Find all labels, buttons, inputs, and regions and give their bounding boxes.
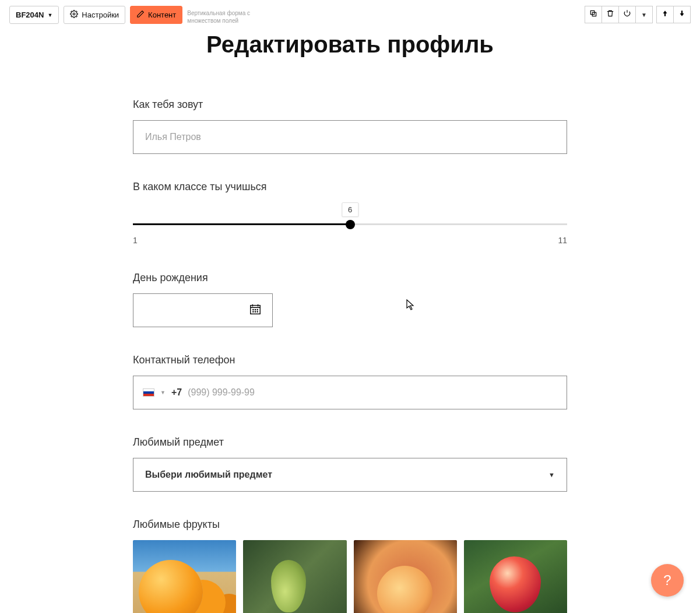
- fruit-option-orange[interactable]: Апельсин: [133, 540, 236, 613]
- svg-point-6: [257, 309, 258, 310]
- fruit-image: [464, 540, 567, 613]
- fruit-image: [133, 540, 236, 613]
- phone-input[interactable]: ▼ +7 (999) 999-99-99: [133, 376, 567, 409]
- caret-down-icon: ▼: [641, 12, 647, 18]
- help-button[interactable]: ?: [651, 564, 684, 597]
- grade-slider[interactable]: 6 1 11: [133, 202, 567, 245]
- move-down-button[interactable]: [673, 6, 691, 23]
- copy-button[interactable]: [585, 6, 602, 23]
- settings-label: Настройки: [82, 10, 119, 19]
- slider-max: 11: [558, 236, 567, 245]
- fruit-option-pear[interactable]: Груша: [243, 540, 346, 613]
- svg-point-4: [253, 309, 254, 310]
- fruit-image: [243, 540, 346, 613]
- caret-down-icon: ▼: [47, 12, 52, 18]
- gear-icon: [70, 10, 78, 20]
- top-toolbar-right: ▼: [585, 6, 691, 23]
- move-up-button[interactable]: [656, 6, 674, 23]
- page-title: Редактировать профиль: [133, 31, 567, 58]
- arrow-up-icon: [661, 9, 669, 20]
- grade-label: В каком классе ты учишься: [133, 181, 567, 193]
- power-button[interactable]: [618, 6, 636, 23]
- pencil-icon: [136, 10, 145, 20]
- flag-ru-icon[interactable]: [143, 388, 154, 397]
- arrow-down-icon: [678, 9, 686, 20]
- svg-point-9: [257, 311, 258, 312]
- name-label: Как тебя зовут: [133, 99, 567, 111]
- settings-button[interactable]: Настройки: [64, 6, 125, 24]
- chevron-down-icon: ▼: [548, 471, 555, 478]
- svg-point-0: [73, 13, 76, 15]
- block-id-dropdown[interactable]: BF204N ▼: [9, 6, 59, 24]
- top-toolbar-left: BF204N ▼ Настройки Контент Вертикальная …: [9, 6, 257, 24]
- slider-min: 1: [133, 236, 138, 245]
- subject-select[interactable]: Выбери любимый предмет ▼: [133, 458, 567, 492]
- fruit-image: [354, 540, 457, 613]
- content-label: Контент: [148, 10, 176, 19]
- fruits-grid: Апельсин Груша Персик Яблоко: [133, 540, 567, 613]
- birthday-field: День рождения: [133, 272, 567, 327]
- copy-icon: [589, 9, 597, 20]
- birthday-input[interactable]: [133, 293, 273, 327]
- subject-field: Любимый предмет Выбери любимый предмет ▼: [133, 436, 567, 492]
- fruits-label: Любимые фрукты: [133, 519, 567, 531]
- phone-label: Контактный телефон: [133, 354, 567, 366]
- fruit-option-peach[interactable]: Персик: [354, 540, 457, 613]
- slider-fill: [133, 223, 350, 225]
- slider-thumb[interactable]: [346, 220, 355, 229]
- help-icon: ?: [663, 572, 671, 589]
- slider-tooltip: 6: [342, 202, 358, 217]
- block-id-text: BF204N: [16, 10, 44, 19]
- trash-icon: [606, 9, 614, 20]
- svg-point-8: [255, 311, 255, 312]
- more-button[interactable]: ▼: [635, 6, 653, 23]
- svg-point-7: [253, 311, 254, 312]
- power-icon: [623, 9, 631, 20]
- form-page: Редактировать профиль Как тебя зовут В к…: [133, 31, 567, 613]
- subject-placeholder: Выбери любимый предмет: [145, 470, 272, 480]
- name-field: Как тебя зовут: [133, 99, 567, 154]
- subject-label: Любимый предмет: [133, 436, 567, 449]
- top-toolbar: BF204N ▼ Настройки Контент Вертикальная …: [9, 6, 691, 24]
- flag-caret-icon: ▼: [160, 390, 166, 395]
- svg-point-5: [255, 309, 255, 310]
- slider-range-labels: 1 11: [133, 236, 567, 245]
- phone-field: Контактный телефон ▼ +7 (999) 999-99-99: [133, 354, 567, 409]
- calendar-icon: [249, 303, 262, 318]
- phone-prefix: +7: [171, 387, 182, 398]
- fruit-option-apple[interactable]: Яблоко: [464, 540, 567, 613]
- birthday-label: День рождения: [133, 272, 567, 284]
- block-description: Вертикальная форма с множеством полей: [187, 9, 257, 24]
- grade-field: В каком классе ты учишься 6 1 11: [133, 181, 567, 245]
- delete-button[interactable]: [601, 6, 619, 23]
- content-button[interactable]: Контент: [130, 6, 182, 24]
- fruits-field: Любимые фрукты Апельсин Груша Персик Ябл…: [133, 519, 567, 613]
- slider-track: [133, 223, 567, 225]
- phone-placeholder: (999) 999-99-99: [188, 387, 255, 398]
- name-input[interactable]: [133, 120, 567, 154]
